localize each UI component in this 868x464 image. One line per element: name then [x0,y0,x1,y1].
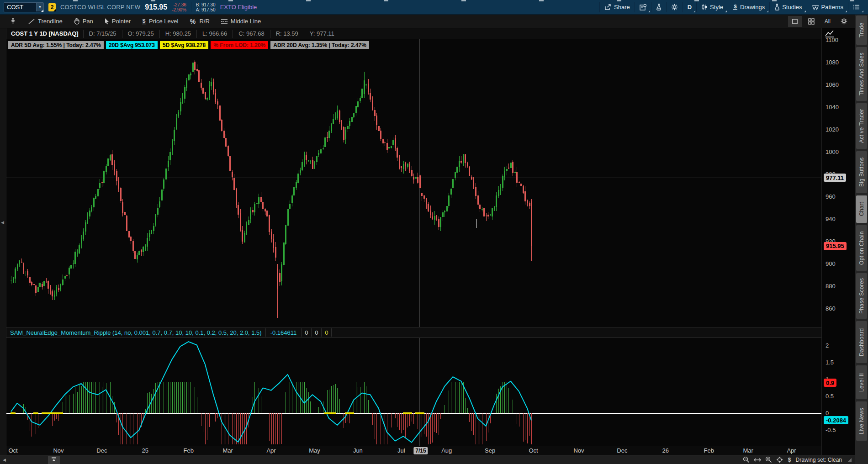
time-axis-label-feb: Feb [184,447,194,454]
tool-middle-line[interactable]: Middle Line [216,16,266,27]
sidebar-tab-phase-scores[interactable]: Phase Scores [856,273,867,319]
dropdown-corner [648,11,650,12]
time-axis: OctNovDec25FebMarAprMayJunJulAugSepOctNo… [6,446,821,455]
candlestick-chart[interactable] [6,39,821,327]
share-button[interactable]: Share [600,0,635,14]
tool-pointer[interactable]: Pointer [100,16,135,27]
restore-panel-button[interactable] [48,456,60,464]
price-tick-1000: 1000 [826,148,839,156]
share-label: Share [614,4,630,11]
top-bar-actions: Share D Style [599,0,864,14]
dropdown-corner [804,11,806,12]
price-tick-1040: 1040 [826,104,839,111]
price-tick-1080: 1080 [826,59,839,66]
bid-ask-block: B: 917.30 A: 917.50 [196,2,216,12]
ohlc-fields: D: 7/15/25O: 979.25H: 980.25L: 966.66C: … [83,30,340,38]
sidebar-tab-times-and-sales[interactable]: Times And Sales [856,47,867,101]
sidebar-tab-chart[interactable]: Chart [856,195,867,223]
study-cell-2: 0 [322,328,332,337]
flag-corner-fold [53,9,56,11]
dollar-axis-icon[interactable]: $ [787,457,792,463]
price-tick-900: 900 [826,260,836,268]
adr-chip-4: ADR 20D Avg: 1.35% | Today: 2.47% [270,41,369,49]
pin-toolbar-button[interactable] [5,16,21,27]
tool-price-level[interactable]: $ Price Level [137,16,183,27]
time-axis-label-feb: Feb [704,447,714,454]
sidebar-tab-dashboard[interactable]: Dashboard [856,321,867,363]
adr-label-row: ADR 5D Avg: 1.55% | Today: 2.47%20D $Avg… [8,41,369,49]
quick-study-button[interactable] [651,0,666,14]
timeframe-button[interactable]: D [683,0,696,14]
scroll-left-arrow[interactable]: ◀ [0,458,6,462]
tool-label: R/R [199,18,209,25]
indicator-panel[interactable] [6,338,821,446]
chart-settings-button[interactable] [667,0,683,14]
last-price: 915.95 [145,3,167,11]
studies-button[interactable]: Studies [770,0,806,14]
crosshair-target-icon[interactable] [776,456,783,463]
tool-label: Trendline [38,18,63,25]
adr-chip-1: 20D $Avg 953.073 [106,41,158,49]
sidebar-tab-big-buttons[interactable]: Big Buttons [856,151,867,193]
flask-icon [656,4,662,11]
tool-trendline[interactable]: Trendline [23,16,67,27]
style-button[interactable]: Style [697,0,728,14]
tool-pan[interactable]: Pan [69,16,98,27]
drawing-set-status[interactable]: Drawing set: Clean [796,457,842,463]
zoom-out-icon[interactable] [743,456,750,463]
indicator-tick-1.5: 1.5 [826,359,834,366]
sidebar-tab-trade[interactable]: Trade [856,16,867,45]
ohlc-field: L: 966.66 [196,30,233,38]
indicator-red-badge: 0.9 [824,379,836,387]
pointer-cursor-icon [104,18,109,25]
left-collapse-grip[interactable]: ◀ [1,220,4,225]
chart-gear-button[interactable] [837,16,851,27]
maximize-chart-button[interactable] [788,16,802,27]
resize-corner-grip[interactable] [848,458,852,462]
study-last-value: -0.164611 [265,328,302,337]
all-charts-button[interactable]: All [821,18,834,25]
grid-layout-button[interactable] [804,16,818,27]
timeframe-label: D [688,4,692,11]
price-axis[interactable]: 1100108010601040102010009809609409209008… [821,28,855,455]
prev-close-price-badge: 977.11 [824,174,846,182]
price-chart-panel[interactable] [6,39,821,327]
gadget-sidebar: TradeTimes And SalesActive TraderBig But… [855,15,868,464]
time-axis-label-oct: Oct [529,447,538,454]
sidebar-tab-level-ii[interactable]: Level II [856,365,867,399]
exto-eligible-label: EXTO Eligible [220,4,257,11]
dropdown-corner [693,11,695,12]
price-tick-1060: 1060 [826,81,839,89]
bid-value: B: 917.30 [196,2,216,7]
time-axis-label-oct: Oct [8,447,17,454]
sidebar-tab-option-chain[interactable]: Option Chain [856,225,867,271]
study-name[interactable]: SAM_NeuralEdge_Momentum_Ripple (14, no, … [6,329,265,336]
study-cell-1: 0 [312,328,322,337]
zoom-in-icon[interactable] [765,456,772,463]
risk-reward-icon: % [189,18,196,25]
symbol-input[interactable]: COST ▼ [4,2,44,12]
patterns-button[interactable]: Patterns [807,0,848,14]
dollar-drawing-icon: $ [733,4,738,11]
tool-risk-reward[interactable]: % R/R [185,16,214,27]
time-axis-label-dec: Dec [617,447,627,454]
drawings-button[interactable]: $ Drawings [728,0,769,14]
studies-flask-icon [774,4,780,11]
study-cell-0: 0 [302,328,312,337]
sidebar-tab-live-news[interactable]: Live News [856,401,867,441]
momentum-indicator-chart[interactable] [6,338,821,446]
gear-icon [671,4,678,11]
flag-count-badge[interactable]: 2 [48,3,56,11]
notes-button[interactable] [635,0,651,14]
studies-label: Studies [782,4,802,11]
trendline-icon [28,18,35,25]
symbol-text[interactable]: COST [4,4,36,11]
sidebar-tab-active-trader[interactable]: Active Trader [856,103,867,149]
time-axis-label-mar: Mar [222,447,233,454]
left-resize-strip[interactable]: ◀ [0,28,6,455]
time-axis-label-apr: Apr [266,447,275,454]
ask-value: A: 917.50 [196,7,216,12]
menu-button[interactable] [848,0,864,14]
pan-horizontal-icon[interactable] [754,457,761,463]
list-menu-icon [853,4,860,10]
